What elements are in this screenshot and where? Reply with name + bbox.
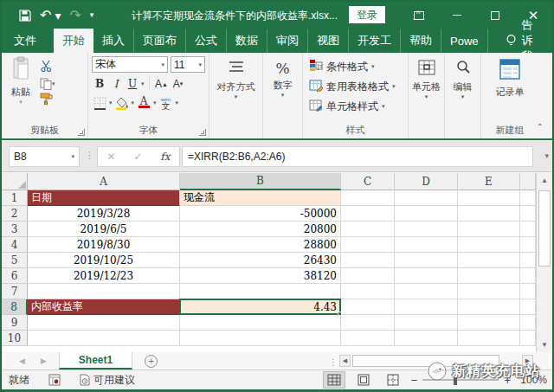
cell-D5[interactable] [395,253,458,268]
column-header-C[interactable]: C [341,173,395,190]
phonetic-guide-icon[interactable]: wén 文 [158,95,174,111]
cell-B5[interactable]: 26430 [180,253,341,268]
tab-power-pivot[interactable]: Powe [441,29,488,53]
tab-developer[interactable]: 开发工 [349,29,401,53]
alignment-button[interactable]: 对齐方式 ▾ [213,60,259,100]
cell-E1[interactable] [458,190,520,206]
cell-C2[interactable] [341,206,395,222]
tab-insert[interactable]: 插入 [93,29,134,53]
cell-A8[interactable]: 内部收益率 [28,299,180,315]
page-break-view-icon[interactable] [382,371,404,389]
clipboard-dialog-launcher-icon[interactable] [78,129,85,136]
confirm-entry-icon[interactable]: ✓ [133,151,142,163]
cell-A2[interactable]: 2019/3/28 [28,206,180,222]
grow-font-icon[interactable]: A▲ [154,76,170,92]
tab-formulas[interactable]: 公式 [186,29,227,53]
cell-A7[interactable] [28,284,180,299]
cell-D3[interactable] [395,222,458,237]
cell-E6[interactable] [458,268,520,284]
cell-D10[interactable] [395,331,458,346]
format-painter-icon[interactable] [40,93,55,108]
cell-D1[interactable] [395,190,458,206]
login-button[interactable]: 登录 [349,6,385,23]
cell-D9[interactable] [395,315,458,331]
cell-partial-5[interactable] [520,253,536,268]
macro-record-icon[interactable] [48,374,61,386]
sheetbar-splitter[interactable]: ⋮ [329,357,338,367]
cell-D2[interactable] [395,206,458,222]
add-sheet-icon[interactable]: + [145,355,158,368]
formula-bar-splitter[interactable]: ⋮ [85,150,94,161]
cell-A4[interactable]: 2019/8/30 [28,237,180,253]
cell-B8[interactable]: 4.43 [180,299,341,315]
cell-partial-10[interactable] [520,331,536,346]
cell-partial-8[interactable] [520,299,536,315]
maximize-icon[interactable] [476,2,514,29]
cell-C7[interactable] [341,284,395,299]
formula-input[interactable]: =XIRR(B2:B6,A2:A6) [182,146,533,167]
close-icon[interactable]: ✕ [514,2,552,29]
name-box[interactable]: B8 ▾ [9,146,80,167]
column-header-E[interactable]: E [458,173,520,190]
cell-B7[interactable] [180,284,341,299]
cancel-entry-icon[interactable]: ✕ [106,151,115,163]
cell-D7[interactable] [395,284,458,299]
tab-home[interactable]: 开始 [54,29,93,53]
tab-page-layout[interactable]: 页面布 [134,29,186,53]
cell-partial-6[interactable] [520,268,536,284]
cell-C4[interactable] [341,237,395,253]
zoom-slider[interactable] [422,379,499,381]
cell-A5[interactable]: 2019/10/25 [28,253,180,268]
cell-styles-button[interactable]: 单元格样式▾ [309,98,404,115]
cell-C1[interactable] [341,190,395,206]
scroll-left-icon[interactable]: ◀ [339,355,351,367]
collapse-ribbon-icon[interactable]: ⌃ [537,122,544,132]
cell-E5[interactable] [458,253,520,268]
tab-review[interactable]: 审阅 [267,29,308,53]
cell-A6[interactable]: 2019/12/23 [28,268,180,284]
cell-B6[interactable]: 38120 [180,268,341,284]
column-header-B[interactable]: B [180,173,341,190]
cell-partial-3[interactable] [520,222,536,237]
tab-help[interactable]: 帮助 [401,29,441,53]
row-header-6[interactable]: 6 [2,268,28,284]
phonetic-dropdown-icon[interactable]: ▾ [176,100,179,106]
qat-customize-icon[interactable]: ▾ [90,11,94,19]
zoom-in-icon[interactable]: + [504,374,511,387]
horizontal-scroll-thumb[interactable] [352,355,499,367]
cell-A9[interactable] [28,315,180,331]
column-header-D[interactable]: D [395,173,458,190]
copy-icon[interactable]: ▾ [40,78,55,90]
undo-icon[interactable]: ↶ [40,9,51,22]
cell-partial-1[interactable] [520,190,536,206]
cell-B1[interactable]: 现金流 [180,190,341,206]
cell-B3[interactable]: 20800 [180,222,341,237]
redo-icon[interactable]: ↷ [69,9,81,22]
font-dialog-launcher-icon[interactable] [199,129,206,136]
cell-B4[interactable]: 28800 [180,237,341,253]
underline-button[interactable]: U [125,76,140,92]
row-header-8[interactable]: 8 [2,299,28,315]
cell-A10[interactable] [28,331,180,346]
editing-button[interactable]: 编辑 ▾ [448,60,477,100]
name-box-dropdown-icon[interactable]: ▾ [71,153,74,160]
fill-color-dropdown-icon[interactable]: ▾ [132,100,135,106]
cell-partial-9[interactable] [520,315,536,331]
tab-view[interactable]: 视图 [308,29,349,53]
cell-D8[interactable] [395,299,458,315]
tab-data[interactable]: 数据 [227,29,267,53]
cell-E2[interactable] [458,206,520,222]
cell-B10[interactable] [180,331,341,346]
conditional-formatting-button[interactable]: [=]条件格式▾ [309,58,404,75]
cell-E10[interactable] [458,331,520,346]
row-header-1[interactable]: 1 [2,190,28,206]
cell-E3[interactable] [458,222,520,237]
normal-view-icon[interactable] [323,371,345,389]
cell-partial-4[interactable] [520,237,536,253]
cell-D4[interactable] [395,237,458,253]
underline-dropdown-icon[interactable]: ▾ [141,80,145,87]
zoom-slider-thumb[interactable] [454,375,457,385]
cell-E4[interactable] [458,237,520,253]
cell-E8[interactable] [458,299,520,315]
bold-button[interactable]: B [92,76,107,92]
